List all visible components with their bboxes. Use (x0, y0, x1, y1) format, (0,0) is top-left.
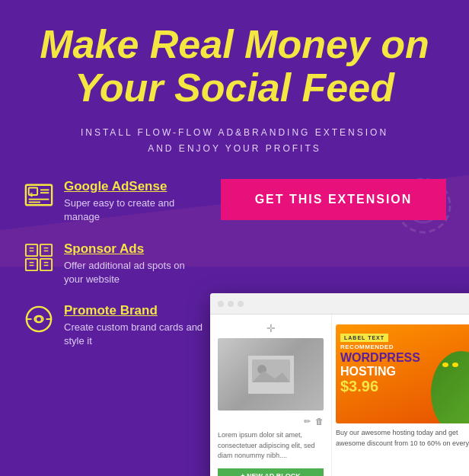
hero-title: Make Real Money on Your Social Feed (23, 23, 446, 110)
feature-sponsor-ads: Sponsor Ads Offer additional ad spots on… (23, 241, 206, 286)
adsense-icon: $ (23, 179, 55, 211)
features-cta-row: $ Google AdSense Super easy to create an… (23, 179, 446, 365)
delete-icon[interactable]: 🗑 (315, 417, 324, 426)
svg-text:$: $ (30, 192, 34, 198)
svg-rect-9 (26, 258, 37, 270)
sponsor-title: Sponsor Ads (64, 241, 206, 257)
svg-rect-7 (26, 244, 37, 255)
main-content: Make Real Money on Your Social Feed INST… (0, 0, 469, 380)
sponsor-icon (23, 241, 55, 273)
sponsor-text: Sponsor Ads Offer additional ad spots on… (64, 241, 206, 286)
edit-icon[interactable]: ✏ (304, 417, 311, 426)
adsense-title: Google AdSense (64, 179, 206, 194)
browser-lorem-text: Lorem ipsum dolor sit amet, consectetuer… (218, 430, 324, 462)
feature-promote-brand: Promote Brand Create custom brand cards … (23, 303, 206, 348)
add-ad-block-button[interactable]: + NEW AD BLOCK (218, 468, 324, 477)
sponsor-desc: Offer additional ad spots on your websit… (64, 259, 206, 286)
feature-google-adsense: $ Google AdSense Super easy to create an… (23, 179, 206, 224)
svg-rect-10 (40, 258, 52, 270)
features-list: $ Google AdSense Super easy to create an… (23, 179, 206, 365)
svg-rect-8 (40, 244, 52, 255)
adsense-text: Google AdSense Super easy to create and … (64, 179, 206, 224)
svg-point-20 (36, 316, 42, 322)
get-extension-button[interactable]: GET THIS EXTENSION (221, 179, 446, 220)
brand-icon (23, 303, 55, 335)
brand-title: Promote Brand (64, 303, 206, 318)
page-container: Make Real Money on Your Social Feed INST… (0, 0, 469, 476)
brand-text: Promote Brand Create custom brand cards … (64, 303, 206, 348)
adsense-desc: Super easy to create and manage (64, 196, 206, 224)
browser-right-description: Buy our awesome hosting today and get aw… (336, 428, 469, 449)
brand-desc: Create custom brand cards and style it (64, 321, 206, 348)
cta-area: GET THIS EXTENSION (221, 179, 446, 220)
hero-subtitle: INSTALL FLOW-FLOW AD&BRANDING EXTENSION … (23, 125, 446, 156)
